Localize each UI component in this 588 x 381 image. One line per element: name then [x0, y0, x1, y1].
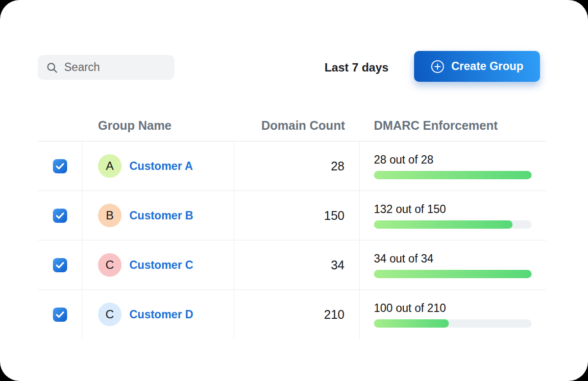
create-group-button[interactable]: Create Group	[414, 51, 540, 82]
enforcement-label: 132 out of 150	[374, 203, 446, 216]
enforcement-progress-fill	[374, 171, 532, 179]
enforcement-progressbar	[374, 171, 532, 179]
search-placeholder: Search	[64, 61, 100, 74]
avatar-letter: C	[105, 308, 114, 321]
row-checkbox[interactable]	[53, 209, 67, 223]
enforcement-progress-fill	[374, 220, 513, 229]
search-icon	[46, 62, 58, 73]
check-icon	[56, 311, 64, 318]
domain-count-value: 28	[234, 142, 360, 190]
avatar: C	[98, 253, 122, 277]
check-icon	[56, 213, 64, 219]
row-checkbox[interactable]	[53, 258, 67, 272]
group-name-link[interactable]: Customer D	[129, 308, 193, 321]
column-header-dmarc-enforcement: DMARC Enforcement	[360, 119, 546, 133]
enforcement-label: 100 out of 210	[374, 302, 446, 315]
avatar: C	[98, 303, 122, 326]
row-checkbox[interactable]	[53, 159, 67, 173]
table-header-row: Group Name Domain Count DMARC Enforcemen…	[38, 110, 546, 142]
domain-count-value: 34	[234, 240, 360, 289]
create-group-label: Create Group	[451, 60, 523, 73]
enforcement-label: 34 out of 34	[374, 252, 434, 265]
avatar-letter: B	[106, 209, 114, 222]
group-name-link[interactable]: Customer A	[129, 160, 193, 173]
row-checkbox[interactable]	[53, 308, 67, 322]
enforcement-progressbar	[374, 220, 532, 229]
avatar: B	[98, 204, 122, 227]
groups-table: Group Name Domain Count DMARC Enforcemen…	[38, 110, 546, 339]
enforcement-progressbar	[374, 270, 532, 278]
date-range-selector[interactable]: Last 7 days	[299, 55, 414, 80]
enforcement-label: 28 out of 28	[374, 153, 434, 167]
avatar: A	[98, 154, 122, 178]
dmarc-groups-page: Search Last 7 days Create Group Group Na…	[0, 0, 588, 381]
enforcement-progressbar	[374, 319, 532, 328]
plus-icon	[431, 60, 444, 73]
table-row: A Customer A 28 28 out of 28	[38, 142, 546, 190]
enforcement-progress-fill	[374, 270, 532, 278]
group-name-link[interactable]: Customer C	[129, 259, 193, 272]
table-row: C Customer C 34 34 out of 34	[38, 240, 546, 289]
table-row: C Customer D 210 100 out of 210	[38, 289, 546, 339]
domain-count-value: 210	[234, 290, 360, 339]
search-input[interactable]: Search	[38, 55, 174, 80]
avatar-letter: C	[105, 258, 114, 272]
column-header-group-name: Group Name	[82, 119, 234, 133]
column-header-domain-count: Domain Count	[234, 119, 360, 133]
domain-count-value: 150	[234, 191, 360, 240]
group-name-link[interactable]: Customer B	[129, 209, 193, 222]
table-row: B Customer B 150 132 out of 150	[38, 190, 546, 240]
check-icon	[56, 262, 64, 268]
avatar-letter: A	[106, 159, 114, 173]
check-icon	[56, 163, 64, 169]
enforcement-progress-fill	[374, 319, 449, 328]
